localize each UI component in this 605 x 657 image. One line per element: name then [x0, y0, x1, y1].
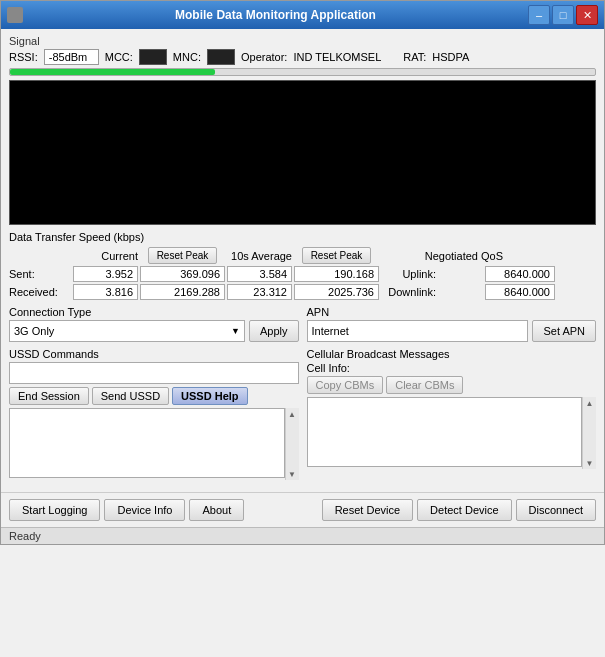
speed-section-label: Data Transfer Speed (kbps) — [9, 231, 144, 243]
received-avg: 23.312 — [227, 284, 292, 300]
reset-device-button[interactable]: Reset Device — [322, 499, 413, 521]
broadcast-textarea[interactable] — [307, 397, 583, 467]
mnc-value — [207, 49, 235, 65]
scroll-down-icon[interactable]: ▼ — [285, 468, 299, 480]
uplink-value: 8640.000 — [485, 266, 555, 282]
mcc-label: MCC: — [105, 51, 133, 63]
display-area — [9, 80, 596, 225]
device-info-button[interactable]: Device Info — [104, 499, 185, 521]
signal-progress-fill — [10, 69, 215, 75]
send-ussd-button[interactable]: Send USSD — [92, 387, 169, 405]
clear-cbms-button[interactable]: Clear CBMs — [386, 376, 463, 394]
ussd-buttons: End Session Send USSD USSD Help — [9, 387, 299, 405]
cbm-buttons: Copy CBMs Clear CBMs — [307, 376, 597, 394]
received-label: Received: — [9, 286, 71, 298]
apply-button[interactable]: Apply — [249, 320, 299, 342]
received-current: 3.816 — [73, 284, 138, 300]
sent-avg: 3.584 — [227, 266, 292, 282]
set-apn-button[interactable]: Set APN — [532, 320, 596, 342]
dropdown-arrow-icon: ▼ — [231, 326, 240, 336]
scroll-up-icon[interactable]: ▲ — [285, 408, 299, 420]
copy-cbms-button[interactable]: Copy CBMs — [307, 376, 384, 394]
bottom-bar: Start Logging Device Info About Reset De… — [1, 492, 604, 527]
connection-dropdown[interactable]: 3G Only ▼ — [9, 320, 245, 342]
speed-section: Data Transfer Speed (kbps) Current Reset… — [9, 231, 596, 300]
mnc-label: MNC: — [173, 51, 201, 63]
disconnect-button[interactable]: Disconnect — [516, 499, 596, 521]
maximize-button[interactable]: □ — [552, 5, 574, 25]
app-icon — [7, 7, 23, 23]
signal-progress-bar — [9, 68, 596, 76]
broadcast-label: Cellular Broadcast Messages — [307, 348, 597, 360]
status-bar: Ready — [1, 527, 604, 544]
mcc-value — [139, 49, 167, 65]
main-window: Mobile Data Monitoring Application – □ ✕… — [0, 0, 605, 545]
status-text: Ready — [9, 530, 41, 542]
connection-label: Connection Type — [9, 306, 299, 318]
neg-qos-label: Negotiated QoS — [403, 250, 503, 262]
downlink-value: 8640.000 — [485, 284, 555, 300]
sent-current: 3.952 — [73, 266, 138, 282]
conn-apn-row: Connection Type 3G Only ▼ Apply APN Set … — [9, 306, 596, 342]
col-current-label: Current — [73, 250, 138, 262]
title-bar: Mobile Data Monitoring Application – □ ✕ — [1, 1, 604, 29]
close-button[interactable]: ✕ — [576, 5, 598, 25]
operator-label: Operator: — [241, 51, 287, 63]
reset-peak-button-2[interactable]: Reset Peak — [302, 247, 372, 264]
rat-label: RAT: — [403, 51, 426, 63]
operator-value: IND TELKOMSEL — [293, 51, 381, 63]
ussd-input[interactable] — [9, 362, 299, 384]
reset-peak-button-1[interactable]: Reset Peak — [148, 247, 218, 264]
apn-inner: Set APN — [307, 320, 597, 342]
ussd-help-button[interactable]: USSD Help — [172, 387, 247, 405]
broadcast-scroll-up-icon[interactable]: ▲ — [583, 397, 597, 409]
signal-row: RSSI: -85dBm MCC: MNC: Operator: IND TEL… — [9, 49, 596, 65]
signal-section: Signal RSSI: -85dBm MCC: MNC: Operator: … — [9, 35, 596, 76]
about-button[interactable]: About — [189, 499, 244, 521]
rat-value: HSDPA — [432, 51, 469, 63]
ussd-textarea-container: ▲ ▼ — [9, 408, 299, 480]
cell-info-label: Cell Info: — [307, 362, 597, 374]
ussd-section: USSD Commands End Session Send USSD USSD… — [9, 348, 299, 480]
apn-section: APN Set APN — [307, 306, 597, 342]
ussd-broadcast-row: USSD Commands End Session Send USSD USSD… — [9, 348, 596, 480]
end-session-button[interactable]: End Session — [9, 387, 89, 405]
title-buttons: – □ ✕ — [528, 5, 598, 25]
ussd-scrollbar[interactable]: ▲ ▼ — [285, 408, 299, 480]
rssi-label: RSSI: — [9, 51, 38, 63]
broadcast-textarea-container: ▲ ▼ — [307, 397, 597, 469]
received-avg-peak: 2025.736 — [294, 284, 379, 300]
uplink-label: Uplink: — [381, 268, 436, 280]
ussd-label: USSD Commands — [9, 348, 299, 360]
col-10s-avg-label: 10s Average — [227, 250, 292, 262]
content-area: Signal RSSI: -85dBm MCC: MNC: Operator: … — [1, 29, 604, 492]
speed-header: Data Transfer Speed (kbps) — [9, 231, 596, 243]
start-logging-button[interactable]: Start Logging — [9, 499, 100, 521]
detect-device-button[interactable]: Detect Device — [417, 499, 511, 521]
connection-section: Connection Type 3G Only ▼ Apply — [9, 306, 299, 342]
apn-input[interactable] — [307, 320, 529, 342]
ussd-textarea[interactable] — [9, 408, 285, 478]
broadcast-scrollbar[interactable]: ▲ ▼ — [582, 397, 596, 469]
window-title: Mobile Data Monitoring Application — [23, 8, 528, 22]
connection-inner: 3G Only ▼ Apply — [9, 320, 299, 342]
signal-label: Signal — [9, 35, 596, 47]
apn-label: APN — [307, 306, 597, 318]
minimize-button[interactable]: – — [528, 5, 550, 25]
sent-label: Sent: — [9, 268, 71, 280]
received-peak: 2169.288 — [140, 284, 225, 300]
rssi-value: -85dBm — [44, 49, 99, 65]
broadcast-scroll-down-icon[interactable]: ▼ — [583, 457, 597, 469]
sent-peak: 369.096 — [140, 266, 225, 282]
broadcast-section: Cellular Broadcast Messages Cell Info: C… — [307, 348, 597, 480]
downlink-label: Downlink: — [381, 286, 436, 298]
sent-avg-peak: 190.168 — [294, 266, 379, 282]
connection-value: 3G Only — [14, 325, 54, 337]
